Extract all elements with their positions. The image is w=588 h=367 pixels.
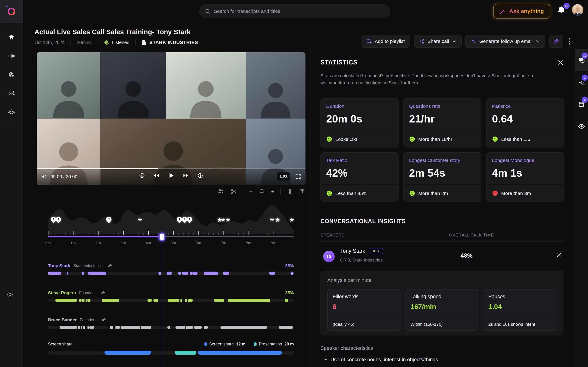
sidebar-item-calls[interactable] [6,51,17,61]
timeline-marker-question[interactable]: ? [187,217,192,222]
ruler-tick [193,233,194,235]
timeline-marker-handshake[interactable] [269,217,275,223]
talk-segment [109,326,109,329]
skip-forward-button[interactable] [197,172,204,179]
remove-speaker-button[interactable] [556,252,562,258]
ruler-minute-label: 4m [146,241,151,245]
ruler-tick [56,233,56,235]
analysis-card: Pauses1.042s and 10s shows intent [483,289,557,331]
rail-item-eye[interactable] [575,115,588,137]
pin-toggle-button[interactable] [100,290,105,295]
timeline-marker-star[interactable]: ★ [275,217,280,223]
close-statistics-button[interactable] [557,59,564,66]
speaker-track: Tony StarkStark Industries25% [48,263,294,289]
app-logo[interactable]: ✦ O [0,0,23,23]
trend-icon [8,90,15,97]
listened-waveform-icon [104,40,110,45]
speaker-track-name: Bruce Banner [48,317,77,323]
listened-status: Listened [104,40,130,45]
speaker-name: Tony Stark [340,248,365,254]
share-call-button[interactable]: Share call [414,35,461,48]
ruler-tick [70,233,71,235]
volume-icon[interactable] [41,174,47,180]
ruler-tick [151,233,151,235]
talk-segment [87,326,87,329]
talk-segment [85,299,85,302]
rail-item-comments[interactable]: 12 [575,49,588,71]
timeline-marker-star[interactable]: ★ [289,217,294,223]
ruler-tick [268,233,269,235]
speaker-track-name: Steve Rogers [48,290,76,295]
timeline-marker-question[interactable]: ? [182,217,187,222]
sidebar-item-home[interactable] [6,32,17,42]
speaker-talk-time: 48% [460,252,473,259]
ruler-tick [206,233,206,235]
search-input[interactable] [214,8,385,14]
timeline-marker-handshake[interactable] [137,217,143,223]
pin-icon [100,290,105,295]
timeline-marker-question[interactable]: ? [177,217,182,222]
speakers-toggle-button[interactable] [217,188,224,195]
video-seekbar[interactable] [37,168,305,169]
ruler-tick [256,233,256,235]
notifications-button[interactable]: 12 [557,5,567,17]
timeline-marker-question[interactable]: ? [56,217,61,222]
zoom-in-button[interactable]: + [271,188,275,194]
analysis-grid: Filler words8(Ideally <5)Talking speed16… [327,289,557,331]
top-bar: Ask anything 12 [23,0,588,23]
sentiment-heat-button[interactable] [287,188,293,194]
ruler-tick [65,233,66,235]
sidebar-item-insights[interactable] [6,89,17,99]
generate-follow-up-email-button[interactable]: Generate follow up email [465,35,545,48]
timeline-ruler[interactable]: 0m1m2m3m4m5m6m7m8m9m [48,231,294,247]
stat-card: Patience0.64Less than 1.5 [486,98,564,148]
company-tag[interactable]: STARK INDUSTRIES [141,40,198,45]
skip-back-button[interactable] [138,172,145,179]
talk-segment [158,272,158,275]
rail-item-tasks[interactable]: 8 [575,93,588,115]
analysis-card: Talking speed167/minWithin (150-170) [405,289,479,331]
smiley-good-icon [326,136,332,142]
sidebar-item-goals[interactable] [6,70,17,80]
sidebar-item-integrations[interactable] [6,107,17,117]
analysis-card-footnote: Within (150-170) [405,318,479,330]
pin-toggle-button[interactable] [101,317,106,323]
participant-tile [166,52,246,119]
left-sidebar: ✦ O [0,0,23,367]
talk-segment [83,299,84,302]
playback-speed-button[interactable]: 1.0X [277,172,290,181]
copy-link-button[interactable] [549,35,563,48]
timeline-marker-question[interactable]: ? [51,217,56,222]
user-avatar[interactable] [572,4,583,16]
fullscreen-button[interactable] [295,173,301,180]
zoom-search-button[interactable] [259,188,265,194]
home-icon [8,34,15,41]
zoom-out-button[interactable]: − [249,188,253,194]
talk-segment [186,299,187,302]
video-player[interactable]: 09:00 / 20:00 1.0X [37,52,305,185]
rail-item-insight-search[interactable]: 2 [575,71,588,93]
pin-toggle-button[interactable] [107,263,112,268]
talk-segment [86,326,86,329]
more-options-button[interactable] [567,35,571,48]
add-to-playlist-button[interactable]: Add to playlist [361,35,410,48]
filter-button[interactable] [299,188,305,194]
fast-forward-button[interactable] [183,172,189,179]
clip-scissors-button[interactable] [230,188,237,195]
timeline-marker-star[interactable]: ★ [225,217,231,223]
rewind-button[interactable] [153,172,160,179]
speakers-column-header: SPEAKERS [320,233,345,238]
timeline-marker-question[interactable]: ? [106,217,112,222]
ask-anything-button[interactable]: Ask anything [493,4,550,19]
ruler-tick [276,233,276,235]
goal-flag-icon [8,71,15,78]
search-input-wrapper[interactable] [199,4,390,18]
timeline-marker-star[interactable]: ★ [220,217,225,223]
settings-button[interactable] [6,291,14,298]
conversational-insights-title: CONVERSATIONAL INSIGHTS [320,218,406,225]
ruler-tick [131,233,131,235]
ruler-tick [251,233,251,235]
play-button[interactable] [167,172,175,179]
ruler-tick [158,233,158,235]
talk-segment [182,272,188,275]
